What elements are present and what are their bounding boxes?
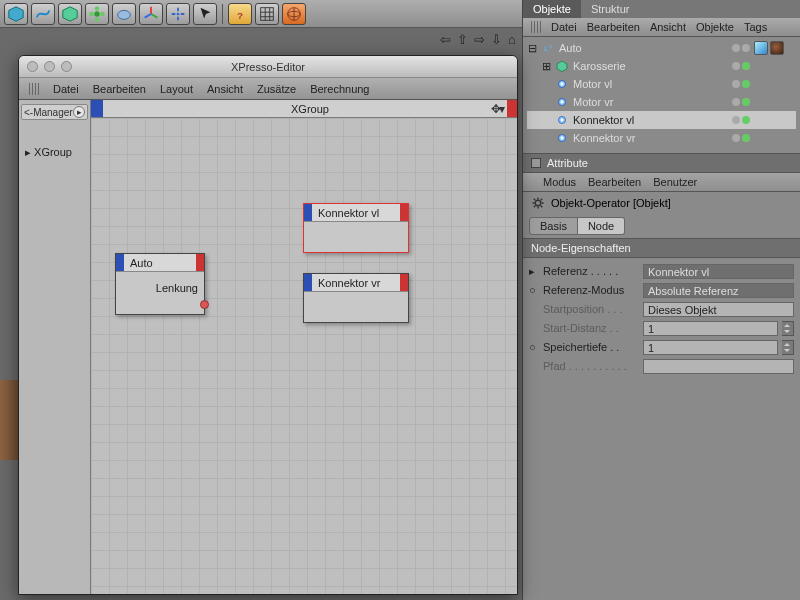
object-label: Motor vl [573,78,728,90]
tool-arrows-out-icon[interactable] [166,3,190,25]
menu-benutzer[interactable]: Benutzer [653,176,697,188]
minimize-icon[interactable] [44,61,55,72]
input-port-region[interactable] [304,274,312,291]
nav-home-icon[interactable]: ⌂ [508,32,516,47]
close-icon[interactable] [27,61,38,72]
tab-objekte[interactable]: Objekte [523,0,581,18]
xpresso-node-auto[interactable]: AutoLenkung [115,253,205,315]
drag-handle-icon[interactable]: ✥▾ [491,102,503,116]
visibility-dots[interactable] [732,44,750,52]
tree-row[interactable]: ⊞Karosserie [527,57,796,75]
tree-row[interactable]: Konnektor vl [527,111,796,129]
nav-up-icon[interactable]: ⇧ [457,32,468,47]
prop-value[interactable]: Absolute Referenz [643,283,794,298]
visibility-dots[interactable] [732,116,750,124]
xmenu-ansicht[interactable]: Ansicht [207,83,243,95]
object-type-icon [555,77,569,91]
node-header[interactable]: Auto [116,254,204,272]
xmenu-berechnung[interactable]: Berechnung [310,83,369,95]
xmenu-zusaetze[interactable]: Zusätze [257,83,296,95]
attr-head-label: Attribute [547,157,588,169]
tool-help-icon[interactable]: ? [228,3,252,25]
node-header[interactable]: Konnektor vr [304,274,408,292]
tag-icon[interactable] [754,41,768,55]
prop-label: Referenz . . . . . [543,265,639,277]
tag-icon[interactable] [770,41,784,55]
xmenu-bearbeiten[interactable]: Bearbeiten [93,83,146,95]
tree-row[interactable]: Motor vl [527,75,796,93]
tag-column[interactable] [754,41,796,55]
expand-icon[interactable]: ⊟ [527,42,537,55]
visibility-dots[interactable] [732,80,750,88]
nav-back-icon[interactable]: ⇦ [440,32,451,47]
svg-line-10 [145,14,151,18]
prop-value[interactable]: Konnektor vl [643,264,794,279]
zoom-icon[interactable] [61,61,72,72]
prop-arrow-icon[interactable]: ▸ [529,265,539,278]
tab-basis[interactable]: Basis [529,217,578,235]
tool-flower-icon[interactable] [85,3,109,25]
menu-ansicht[interactable]: Ansicht [650,21,686,33]
prop-arrow-icon[interactable]: ○ [529,341,539,353]
grip-icon[interactable] [531,21,541,33]
input-port-region[interactable] [116,254,124,271]
output-port-region[interactable] [196,254,204,271]
output-port-icon[interactable] [200,300,209,309]
tab-node[interactable]: Node [578,217,625,235]
tab-struktur[interactable]: Struktur [581,0,640,18]
node-header[interactable]: Konnektor vl [304,204,408,222]
menu-bearbeiten2[interactable]: Bearbeiten [588,176,641,188]
expand-icon[interactable]: ⊞ [541,60,551,73]
window-titlebar[interactable]: XPresso-Editor [19,56,517,78]
visibility-dots[interactable] [732,62,750,70]
tool-axes-icon[interactable] [139,3,163,25]
menu-datei[interactable]: Datei [551,21,577,33]
tree-row[interactable]: ⊟L⁰Auto [527,39,796,57]
input-port-region[interactable] [91,100,103,117]
spinner-icon[interactable] [782,340,794,355]
menu-objekte[interactable]: Objekte [696,21,734,33]
menu-bearbeiten[interactable]: Bearbeiten [587,21,640,33]
object-label: Konnektor vr [573,132,728,144]
attr-toggle-icon[interactable] [531,158,541,168]
xpresso-node-kvl[interactable]: Konnektor vl [303,203,409,253]
tool-grid-icon[interactable] [255,3,279,25]
svg-point-6 [89,11,94,16]
output-port-region[interactable] [400,274,408,291]
visibility-dots[interactable] [732,134,750,142]
xpresso-node-kvr[interactable]: Konnektor vr [303,273,409,323]
svg-point-28 [561,119,564,122]
xpresso-window[interactable]: XPresso-Editor Datei Bearbeiten Layout A… [18,55,518,595]
tool-blob-icon[interactable] [112,3,136,25]
sidebar-item-xgroup[interactable]: ▸ XGroup [21,146,88,159]
tool-globe-icon[interactable] [282,3,306,25]
prop-arrow-icon[interactable]: ○ [529,284,539,296]
xgroup-header[interactable]: XGroup ✥▾ [91,100,517,118]
prop-value[interactable]: 1 [643,340,778,355]
prop-label: Speichertiefe . . [543,341,639,353]
xmenu-layout[interactable]: Layout [160,83,193,95]
output-port-region[interactable] [507,100,517,117]
output-port-region[interactable] [400,204,408,221]
nav-down-icon[interactable]: ⇩ [491,32,502,47]
tool-spline-icon[interactable] [31,3,55,25]
manager-tab[interactable]: <-Manager ▸ [21,104,88,120]
svg-line-9 [151,14,157,18]
input-port-region[interactable] [304,204,312,221]
tree-row[interactable]: Konnektor vr [527,129,796,147]
menu-tags[interactable]: Tags [744,21,767,33]
object-manager-menu: Datei Bearbeiten Ansicht Objekte Tags [523,18,800,37]
grip-icon[interactable] [29,83,39,95]
tool-cube-icon[interactable] [4,3,28,25]
visibility-dots[interactable] [732,98,750,106]
attribute-header: Attribute [523,153,800,173]
menu-modus[interactable]: Modus [543,176,576,188]
nav-fwd-icon[interactable]: ⇨ [474,32,485,47]
tool-cursor-icon[interactable] [193,3,217,25]
tool-cube2-icon[interactable] [58,3,82,25]
xmenu-datei[interactable]: Datei [53,83,79,95]
node-canvas[interactable]: AutoLenkungKonnektor vlKonnektor vr [91,118,517,594]
tree-row[interactable]: Motor vr [527,93,796,111]
object-label: Auto [559,42,728,54]
chevron-right-icon[interactable]: ▸ [73,106,85,118]
